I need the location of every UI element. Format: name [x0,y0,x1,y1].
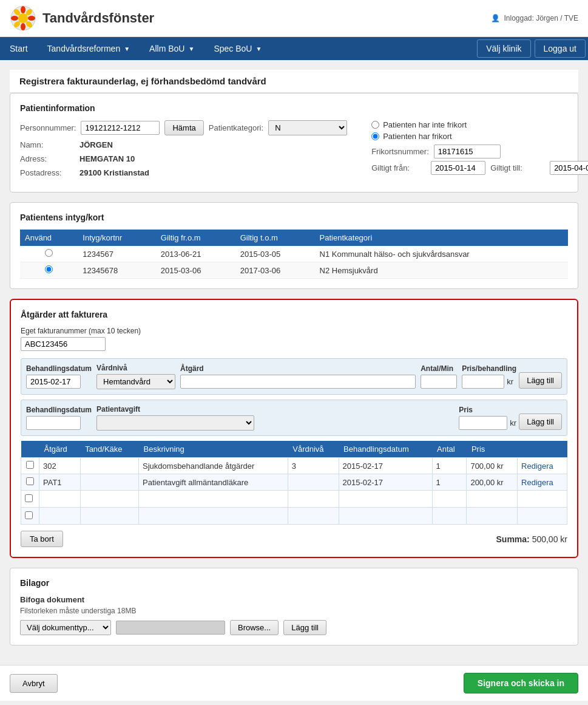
row-check-1[interactable] [26,461,34,469]
col-atgard: Åtgärd [39,441,81,458]
col-kortnr: Intyg/kortnr [78,230,156,246]
giltigt-row: Giltigt från: Giltigt till: [371,161,588,175]
logo-icon [10,5,36,32]
row-tand [80,474,138,491]
svg-point-4 [28,16,35,21]
patientkategori-select[interactable]: N N1 N2 S [268,120,347,135]
intyg-radio-2[interactable] [45,265,53,273]
col-vardniva: Vårdnivå [288,441,339,458]
lagg-till-1-button[interactable]: Lägg till [519,372,562,389]
row-redigera[interactable]: Redigera [518,474,567,491]
postadress-value: 29100 Kristianstad [79,168,149,177]
vardniva-select[interactable]: Hemtandvård Allmäntandvård Specialisttan… [96,374,175,389]
cell-kortnr: 1234567 [78,246,156,262]
patient-info-section: Patientinformation Personnummer: Hämta P… [10,93,578,192]
radio-inte-frikort[interactable] [371,121,379,129]
main-content: Registrera fakturaunderlag, ej förhandsb… [0,60,588,665]
patient-right: Patienten har inte frikort Patienten har… [371,120,588,182]
frikortsnummer-input[interactable] [434,145,501,158]
col-tom: Giltig t.o.m [235,230,315,246]
personnummer-input[interactable] [81,121,160,135]
patient-grid: Personnummer: Hämta Patientkategori: N N… [20,120,568,182]
lagg-till-2-button[interactable]: Lägg till [519,414,562,430]
dokumenttyp-select[interactable]: Välj dokumenttyp... Remiss Intyg Röntgen… [20,620,111,635]
pris-behandling-label: Pris/behandling [462,364,516,373]
hamta-button[interactable]: Hämta [164,120,203,135]
cell-tom: 2017-03-06 [235,262,315,279]
giltigt-fran-label: Giltigt från: [371,163,426,172]
nav-valj-klinik[interactable]: Välj klinik [477,39,530,58]
behandlingsdatum2-label: Behandlingsdatum [26,406,92,414]
frikortsnummer-label: Frikortsnummer: [371,147,429,156]
patientkategori-label: Patientkategori: [209,123,263,132]
personnummer-label: Personnummer: [20,123,76,132]
patient-info-title: Patientinformation [20,103,568,113]
row-vardniva [288,508,339,525]
radio-inte-frikort-label[interactable]: Patienten har inte frikort [371,120,588,129]
table-row [21,491,567,508]
radio-har-frikort[interactable] [371,132,379,140]
intyg-radio-1[interactable] [45,249,53,257]
adress-value: HEMGATAN 10 [79,154,135,163]
antal-min-input[interactable] [421,375,457,389]
behandlingsdatum2-input[interactable] [26,416,81,430]
vardniva-label: Vårdnivå [96,364,175,372]
chevron-down-icon: ▼ [124,46,130,52]
cell-kategori: N2 Hemsjukvård [315,262,568,279]
ta-bort-button[interactable]: Ta bort [21,531,63,547]
signera-button[interactable]: Signera och skicka in [464,673,578,693]
row-beskrivning [139,508,288,525]
cell-tom: 2015-03-05 [235,246,315,262]
intyg-section: Patientens intyg/kort Använd Intyg/kortn… [10,202,578,289]
patientavgift-select[interactable]: Patientavgift allmäntandläkare Patientav… [96,415,254,431]
col-check [21,441,39,458]
adress-label: Adress: [20,154,75,163]
nav-allm-bou[interactable]: Allm BoU ▼ [140,37,204,60]
row-behandlingsdatum [339,508,432,525]
user-label: Inloggad: Jörgen / TVE [504,14,578,22]
user-icon: 👤 [491,14,500,22]
cell-kategori: N1 Kommunalt hälso- och sjukvårdsansvar [315,246,568,262]
nav-spec-bou[interactable]: Spec BoU ▼ [204,37,271,60]
row-atgard [39,491,81,508]
intyg-title: Patientens intyg/kort [20,213,568,222]
filstorlek-text: Filstorleken måste understiga 18MB [20,607,568,615]
adress-row: Adress: HEMGATAN 10 [20,154,347,163]
pris2-input[interactable] [459,416,507,430]
row-vardniva [288,491,339,508]
nav-logga-ut[interactable]: Logga ut [535,39,586,58]
top-header: Tandvårdsfönster 👤 Inloggad: Jörgen / TV… [0,0,588,37]
atgard-input[interactable] [180,375,416,389]
row-beskrivning: Sjukdomsbehandlande åtgärder [139,458,288,474]
giltigt-till-input[interactable] [550,161,588,175]
logo-area: Tandvårdsfönster [10,5,154,32]
nav-start[interactable]: Start [0,37,38,60]
behandlingsdatum-input[interactable] [26,375,81,389]
nav-tandvardsreformen[interactable]: Tandvårdsreformen ▼ [38,37,140,60]
redigera-link-2[interactable]: Redigera [521,478,553,487]
row-check-3[interactable] [25,494,33,502]
col-fran: Giltig fr.o.m [156,230,235,246]
bilagor-lagg-till-button[interactable]: Lägg till [283,620,326,635]
atgarder-title: Åtgärder att fakturera [21,310,567,319]
svg-point-10 [19,14,27,22]
row-check-4[interactable] [25,511,33,519]
row-check-2[interactable] [26,477,34,485]
giltigt-fran-input[interactable] [431,161,485,175]
row-vardniva [288,474,339,491]
patientavgift-label: Patientavgift [96,405,454,414]
fakturanummer-input[interactable] [21,337,106,351]
row-redigera[interactable]: Redigera [518,458,567,474]
pris-behandling-input[interactable] [462,375,504,389]
kr-label: kr [507,377,513,386]
summa-row: Ta bort Summa: 500,00 kr [21,531,567,547]
row-atgard [39,508,81,525]
add-patientavgift-row: Behandlingsdatum Patientavgift Patientav… [21,400,567,436]
avbryt-button[interactable]: Avbryt [10,674,58,693]
cell-fran: 2013-06-21 [156,246,235,262]
radio-har-frikort-label[interactable]: Patienten har frikort [371,132,588,141]
redigera-link-1[interactable]: Redigera [521,461,553,471]
svg-point-2 [21,6,25,13]
browse-button[interactable]: Browse... [230,620,279,635]
summa-display: Summa: 500,00 kr [496,534,568,544]
